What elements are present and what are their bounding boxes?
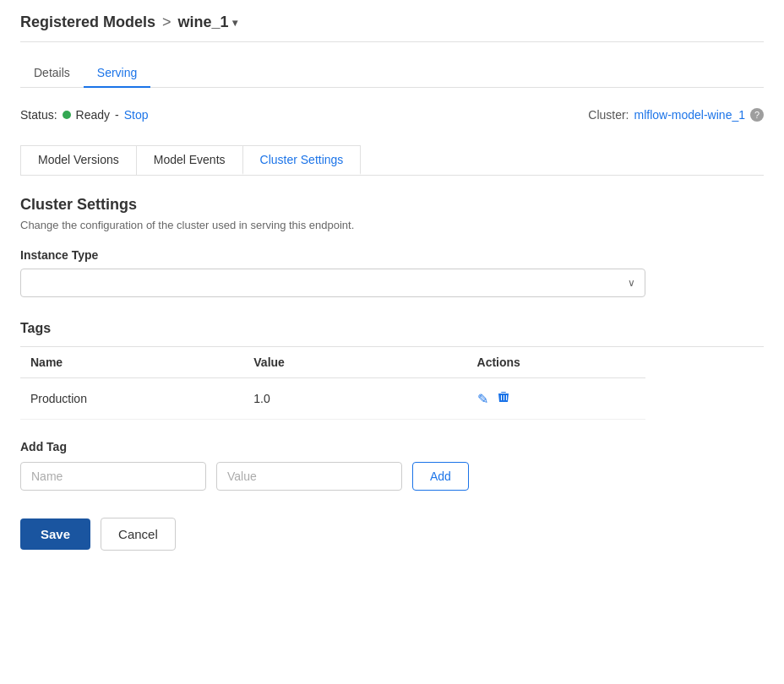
add-tag-label: Add Tag (20, 440, 764, 453)
breadcrumb-current-label: wine_1 (178, 14, 229, 31)
status-dot (63, 111, 71, 119)
breadcrumb-separator: > (162, 14, 172, 31)
tags-section: Tags Name Value Actions Production 1.0 (20, 321, 764, 420)
action-icons: ✎ (477, 390, 635, 407)
instance-type-wrapper: ∨ (20, 269, 645, 297)
tags-table: Name Value Actions Production 1.0 ✎ (20, 347, 645, 420)
inner-tab-cluster-settings[interactable]: Cluster Settings (242, 145, 362, 175)
inner-tabs: Model Versions Model Events Cluster Sett… (20, 145, 764, 176)
tag-name-cell: Production (20, 378, 243, 420)
cluster-settings-section: Cluster Settings Change the configuratio… (20, 196, 764, 551)
delete-icon[interactable] (497, 390, 510, 407)
inner-tab-model-events[interactable]: Model Events (136, 145, 243, 175)
inner-tab-model-versions[interactable]: Model Versions (20, 145, 137, 175)
breadcrumb-current: wine_1 ▾ (178, 14, 237, 31)
breadcrumb-dropdown-arrow[interactable]: ▾ (232, 17, 237, 29)
instance-type-select[interactable] (20, 269, 645, 297)
add-tag-name-input[interactable] (20, 462, 206, 491)
main-tabs: Details Serving (20, 59, 764, 88)
save-button[interactable]: Save (20, 518, 90, 550)
edit-icon[interactable]: ✎ (477, 391, 488, 407)
status-state: Ready (76, 108, 110, 122)
cluster-prefix: Cluster: (588, 108, 629, 122)
cluster-settings-title: Cluster Settings (20, 196, 764, 214)
tags-label: Tags (20, 321, 764, 336)
breadcrumb: Registered Models > wine_1 ▾ (20, 14, 764, 42)
add-tag-button[interactable]: Add (412, 462, 469, 491)
cluster-info: Cluster: mlflow-model-wine_1 ? (588, 108, 764, 122)
status-left: Status: Ready - Stop (20, 108, 149, 122)
footer-buttons: Save Cancel (20, 518, 764, 551)
status-bar: Status: Ready - Stop Cluster: mlflow-mod… (20, 101, 764, 128)
cancel-button[interactable]: Cancel (101, 518, 176, 551)
status-prefix: Status: (20, 108, 57, 122)
add-tag-value-input[interactable] (216, 462, 402, 491)
col-header-actions: Actions (467, 347, 645, 378)
add-tag-section: Add Tag Add (20, 440, 764, 491)
add-tag-row: Add (20, 462, 764, 491)
tab-details[interactable]: Details (20, 59, 84, 88)
col-header-value: Value (243, 347, 466, 378)
tag-actions-cell: ✎ (467, 378, 645, 420)
instance-type-label: Instance Type (20, 248, 764, 262)
status-separator: - (115, 108, 119, 122)
cluster-help-icon[interactable]: ? (750, 108, 764, 122)
tag-value-cell: 1.0 (243, 378, 466, 420)
col-header-name: Name (20, 347, 243, 378)
cluster-settings-desc: Change the configuration of the cluster … (20, 219, 764, 231)
breadcrumb-parent[interactable]: Registered Models (20, 14, 155, 31)
cluster-name-link[interactable]: mlflow-model-wine_1 (634, 108, 746, 122)
table-row: Production 1.0 ✎ (20, 378, 645, 420)
tab-serving[interactable]: Serving (84, 59, 150, 88)
stop-link[interactable]: Stop (124, 108, 149, 122)
